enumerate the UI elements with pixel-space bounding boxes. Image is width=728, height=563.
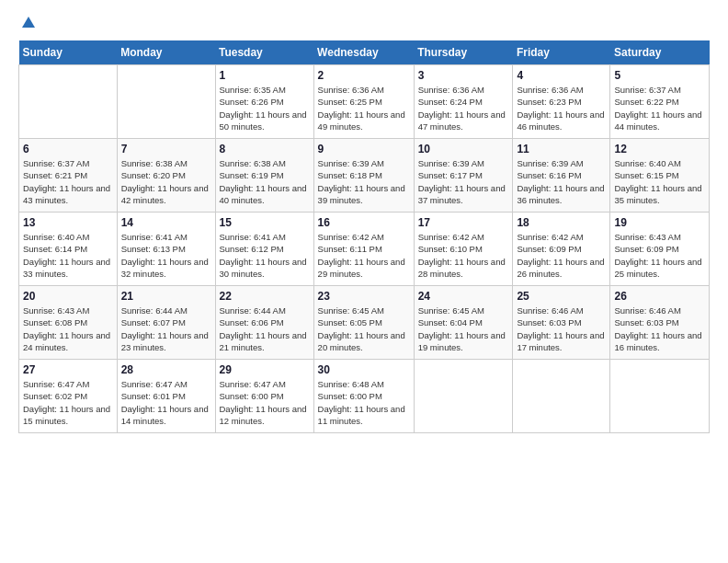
calendar-header-row: SundayMondayTuesdayWednesdayThursdayFrid… xyxy=(19,40,710,65)
day-info: Sunrise: 6:36 AMSunset: 6:23 PMDaylight:… xyxy=(517,84,606,132)
day-info: Sunrise: 6:39 AMSunset: 6:16 PMDaylight:… xyxy=(517,157,606,206)
calendar-cell xyxy=(19,65,118,139)
calendar-cell xyxy=(117,65,215,139)
header-wednesday: Wednesday xyxy=(313,40,414,65)
day-info: Sunrise: 6:38 AMSunset: 6:19 PMDaylight:… xyxy=(220,157,310,206)
day-info: Sunrise: 6:45 AMSunset: 6:04 PMDaylight:… xyxy=(418,304,509,353)
day-number: 15 xyxy=(220,216,310,229)
calendar-cell: 26Sunrise: 6:46 AMSunset: 6:03 PMDayligh… xyxy=(610,286,710,360)
header-monday: Monday xyxy=(117,40,215,65)
week-row-5: 27Sunrise: 6:47 AMSunset: 6:02 PMDayligh… xyxy=(19,360,710,433)
calendar-cell: 14Sunrise: 6:41 AMSunset: 6:13 PMDayligh… xyxy=(117,213,215,286)
day-number: 10 xyxy=(418,143,509,155)
calendar-cell: 25Sunrise: 6:46 AMSunset: 6:03 PMDayligh… xyxy=(513,286,610,360)
calendar-cell: 10Sunrise: 6:39 AMSunset: 6:17 PMDayligh… xyxy=(414,139,513,213)
day-info: Sunrise: 6:37 AMSunset: 6:21 PMDaylight:… xyxy=(23,157,113,206)
logo xyxy=(18,18,37,31)
calendar-cell: 30Sunrise: 6:48 AMSunset: 6:00 PMDayligh… xyxy=(313,360,414,433)
calendar-cell xyxy=(414,360,513,433)
day-info: Sunrise: 6:42 AMSunset: 6:09 PMDaylight:… xyxy=(517,231,606,280)
calendar-cell: 21Sunrise: 6:44 AMSunset: 6:07 PMDayligh… xyxy=(117,286,215,360)
day-info: Sunrise: 6:46 AMSunset: 6:03 PMDaylight:… xyxy=(517,304,606,353)
calendar-cell: 17Sunrise: 6:42 AMSunset: 6:10 PMDayligh… xyxy=(414,213,513,286)
day-info: Sunrise: 6:47 AMSunset: 6:00 PMDaylight:… xyxy=(220,378,310,427)
calendar-cell: 20Sunrise: 6:43 AMSunset: 6:08 PMDayligh… xyxy=(19,286,118,360)
day-number: 7 xyxy=(121,143,211,155)
calendar-cell: 4Sunrise: 6:36 AMSunset: 6:23 PMDaylight… xyxy=(513,65,610,139)
day-number: 26 xyxy=(614,290,705,303)
calendar-cell: 16Sunrise: 6:42 AMSunset: 6:11 PMDayligh… xyxy=(313,213,414,286)
calendar-cell: 9Sunrise: 6:39 AMSunset: 6:18 PMDaylight… xyxy=(313,139,414,213)
day-number: 29 xyxy=(220,363,310,376)
calendar-cell: 1Sunrise: 6:35 AMSunset: 6:26 PMDaylight… xyxy=(215,65,313,139)
day-info: Sunrise: 6:43 AMSunset: 6:08 PMDaylight:… xyxy=(23,304,113,353)
day-number: 4 xyxy=(517,69,606,82)
day-number: 24 xyxy=(418,290,509,303)
calendar-cell: 15Sunrise: 6:41 AMSunset: 6:12 PMDayligh… xyxy=(215,213,313,286)
week-row-4: 20Sunrise: 6:43 AMSunset: 6:08 PMDayligh… xyxy=(19,286,710,360)
day-info: Sunrise: 6:38 AMSunset: 6:20 PMDaylight:… xyxy=(121,157,211,206)
day-number: 19 xyxy=(614,216,705,229)
day-info: Sunrise: 6:44 AMSunset: 6:06 PMDaylight:… xyxy=(220,304,310,353)
header-saturday: Saturday xyxy=(610,40,710,65)
calendar-cell: 27Sunrise: 6:47 AMSunset: 6:02 PMDayligh… xyxy=(19,360,118,433)
calendar-cell: 6Sunrise: 6:37 AMSunset: 6:21 PMDaylight… xyxy=(19,139,118,213)
day-number: 3 xyxy=(418,69,509,82)
calendar-cell: 2Sunrise: 6:36 AMSunset: 6:25 PMDaylight… xyxy=(313,65,414,139)
calendar-cell xyxy=(610,360,710,433)
page-header xyxy=(18,18,710,31)
calendar-cell: 22Sunrise: 6:44 AMSunset: 6:06 PMDayligh… xyxy=(215,286,313,360)
day-number: 28 xyxy=(121,363,211,376)
week-row-2: 6Sunrise: 6:37 AMSunset: 6:21 PMDaylight… xyxy=(19,139,710,213)
day-number: 17 xyxy=(418,216,509,229)
day-info: Sunrise: 6:41 AMSunset: 6:13 PMDaylight:… xyxy=(121,231,211,280)
day-number: 22 xyxy=(220,290,310,303)
week-row-3: 13Sunrise: 6:40 AMSunset: 6:14 PMDayligh… xyxy=(19,213,710,286)
day-number: 23 xyxy=(318,290,410,303)
day-number: 8 xyxy=(220,143,310,155)
day-info: Sunrise: 6:39 AMSunset: 6:17 PMDaylight:… xyxy=(418,157,509,206)
calendar-cell: 23Sunrise: 6:45 AMSunset: 6:05 PMDayligh… xyxy=(313,286,414,360)
calendar-cell: 18Sunrise: 6:42 AMSunset: 6:09 PMDayligh… xyxy=(513,213,610,286)
day-number: 12 xyxy=(614,143,705,155)
day-info: Sunrise: 6:40 AMSunset: 6:14 PMDaylight:… xyxy=(23,231,113,280)
calendar-cell xyxy=(513,360,610,433)
svg-marker-0 xyxy=(22,17,35,28)
day-info: Sunrise: 6:35 AMSunset: 6:26 PMDaylight:… xyxy=(220,84,310,132)
day-number: 14 xyxy=(121,216,211,229)
day-info: Sunrise: 6:48 AMSunset: 6:00 PMDaylight:… xyxy=(318,378,410,427)
header-thursday: Thursday xyxy=(414,40,513,65)
calendar-table: SundayMondayTuesdayWednesdayThursdayFrid… xyxy=(18,40,710,433)
day-info: Sunrise: 6:36 AMSunset: 6:24 PMDaylight:… xyxy=(418,84,509,132)
calendar-cell: 24Sunrise: 6:45 AMSunset: 6:04 PMDayligh… xyxy=(414,286,513,360)
header-sunday: Sunday xyxy=(19,40,118,65)
day-info: Sunrise: 6:39 AMSunset: 6:18 PMDaylight:… xyxy=(318,157,410,206)
day-number: 30 xyxy=(318,363,410,376)
day-number: 21 xyxy=(121,290,211,303)
day-number: 27 xyxy=(23,363,113,376)
day-number: 11 xyxy=(517,143,606,155)
day-info: Sunrise: 6:42 AMSunset: 6:11 PMDaylight:… xyxy=(318,231,410,280)
day-number: 1 xyxy=(220,69,310,82)
day-info: Sunrise: 6:42 AMSunset: 6:10 PMDaylight:… xyxy=(418,231,509,280)
header-tuesday: Tuesday xyxy=(215,40,313,65)
day-info: Sunrise: 6:44 AMSunset: 6:07 PMDaylight:… xyxy=(121,304,211,353)
day-number: 6 xyxy=(23,143,113,155)
calendar-cell: 7Sunrise: 6:38 AMSunset: 6:20 PMDaylight… xyxy=(117,139,215,213)
calendar-cell: 13Sunrise: 6:40 AMSunset: 6:14 PMDayligh… xyxy=(19,213,118,286)
calendar-cell: 28Sunrise: 6:47 AMSunset: 6:01 PMDayligh… xyxy=(117,360,215,433)
calendar-cell: 3Sunrise: 6:36 AMSunset: 6:24 PMDaylight… xyxy=(414,65,513,139)
calendar-cell: 19Sunrise: 6:43 AMSunset: 6:09 PMDayligh… xyxy=(610,213,710,286)
day-info: Sunrise: 6:37 AMSunset: 6:22 PMDaylight:… xyxy=(614,84,705,132)
day-info: Sunrise: 6:43 AMSunset: 6:09 PMDaylight:… xyxy=(614,231,705,280)
day-number: 20 xyxy=(23,290,113,303)
day-info: Sunrise: 6:41 AMSunset: 6:12 PMDaylight:… xyxy=(220,231,310,280)
calendar-cell: 8Sunrise: 6:38 AMSunset: 6:19 PMDaylight… xyxy=(215,139,313,213)
day-info: Sunrise: 6:47 AMSunset: 6:02 PMDaylight:… xyxy=(23,378,113,427)
day-number: 2 xyxy=(318,69,410,82)
day-info: Sunrise: 6:45 AMSunset: 6:05 PMDaylight:… xyxy=(318,304,410,353)
calendar-cell: 11Sunrise: 6:39 AMSunset: 6:16 PMDayligh… xyxy=(513,139,610,213)
header-friday: Friday xyxy=(513,40,610,65)
logo-icon xyxy=(20,15,37,31)
day-info: Sunrise: 6:40 AMSunset: 6:15 PMDaylight:… xyxy=(614,157,705,206)
